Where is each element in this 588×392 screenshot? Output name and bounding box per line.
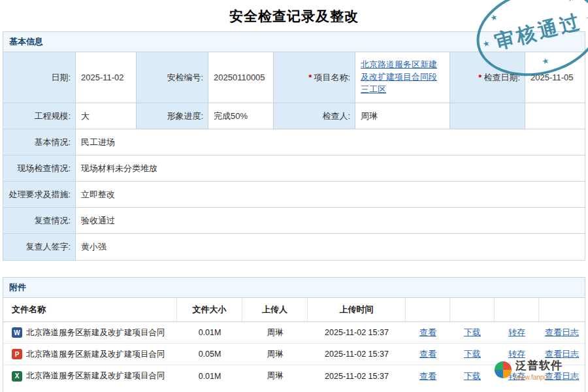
required-asterisk: * [478, 73, 482, 82]
download-link[interactable]: 下载 [464, 348, 481, 360]
recheck-value: 验收通过 [76, 208, 585, 233]
file-name-cell: W 北京路道服务区新建及改扩建项目合同 [3, 322, 177, 343]
measures-label: 处理要求及措施: [3, 182, 76, 207]
inspector-value: 周琳 [355, 103, 450, 129]
table-row: 复查人签字: 黄小强 [3, 234, 585, 260]
project-link[interactable]: 北京路道服务区新建及改扩建项目合同段三工区 [361, 59, 444, 96]
check-date-label-text: 检查日期: [483, 72, 520, 84]
upload-time: 2025-11-02 15:37 [308, 322, 406, 343]
date-label: 日期: [3, 52, 76, 103]
uploader: 周琳 [242, 322, 308, 343]
uploader: 周琳 [242, 344, 308, 365]
table-row: 工程规模: 大 形象进度: 完成50% 检查人: 周琳 [3, 103, 585, 129]
scale-value: 大 [76, 103, 137, 129]
file-name-cell: P 北京路道服务区新建及改扩建项目合同 [3, 344, 177, 365]
page-title: 安全检查记录及整改 [0, 0, 588, 25]
site-check-value: 现场材料未分类堆放 [76, 155, 585, 181]
excel-file-icon: X [12, 371, 22, 382]
word-file-icon: W [12, 327, 22, 338]
uploader: 周琳 [242, 365, 308, 387]
progress-value: 完成50% [208, 103, 274, 129]
brand-name: 泛普软件 [515, 360, 563, 372]
inspection-no-value: 20250110005 [208, 52, 274, 103]
table-row: 处理要求及措施: 立即整改 [3, 182, 585, 208]
basic-info-section: 基本信息 日期: 2025-11-02 安检编号: 20250110005 * … [3, 31, 585, 261]
empty-value-cell [525, 103, 585, 129]
file-name: 北京路道服务区新建及改扩建项目合同 [26, 327, 165, 338]
uploader-header: 上传人 [242, 298, 308, 321]
project-name-value: 北京路道服务区新建及改扩建项目合同段三工区 [355, 52, 450, 103]
action-header [406, 298, 450, 321]
fanpu-brand: 泛普软件 www.fanpu [495, 360, 563, 381]
file-name: 北京路道服务区新建及改扩建项目合同 [26, 370, 165, 382]
file-name-cell: X 北京路道服务区新建及改扩建项目合同 [3, 365, 177, 387]
action-header [450, 298, 495, 321]
save-as-link[interactable]: 转存 [508, 327, 525, 338]
upload-time-header: 上传时间 [308, 298, 406, 321]
view-link[interactable]: 查看 [419, 327, 436, 338]
upload-time: 2025-11-02 15:37 [308, 365, 406, 387]
table-row: 日期: 2025-11-02 安检编号: 20250110005 * 项目名称:… [3, 52, 585, 103]
file-size: 0.05M [177, 344, 242, 365]
file-size: 0.01M [177, 322, 242, 343]
recheck-sign-label: 复查人签字: [3, 234, 76, 260]
project-name-label: * 项目名称: [274, 52, 355, 103]
inspector-label: 检查人: [274, 103, 355, 129]
progress-label: 形象进度: [137, 103, 208, 129]
view-log-link[interactable]: 查看日志 [545, 327, 579, 338]
view-link[interactable]: 查看 [419, 370, 436, 382]
file-name-header: 文件名称 [3, 298, 177, 321]
attachments-section-header: 附件 [3, 278, 585, 298]
basic-situation-label: 基本情况: [3, 129, 76, 155]
upload-time: 2025-11-02 15:37 [308, 344, 406, 365]
attachment-row: W 北京路道服务区新建及改扩建项目合同 0.01M 周琳 2025-11-02 … [3, 322, 585, 344]
view-link[interactable]: 查看 [419, 348, 436, 360]
date-value: 2025-11-02 [76, 52, 137, 103]
attachments-header-row: 文件名称 文件大小 上传人 上传时间 [3, 298, 585, 322]
table-row: 复查情况: 验收通过 [3, 208, 585, 234]
check-date-value: 2025-11-05 [525, 52, 585, 103]
pdf-file-icon: P [12, 349, 22, 359]
scale-label: 工程规模: [3, 103, 76, 129]
basic-situation-value: 民工进场 [76, 129, 585, 155]
download-link[interactable]: 下载 [464, 370, 481, 382]
action-header [539, 298, 585, 321]
fanpu-logo-icon [495, 361, 512, 378]
file-size-header: 文件大小 [177, 298, 242, 321]
table-row: 现场检查情况: 现场材料未分类堆放 [3, 155, 585, 182]
download-link[interactable]: 下载 [464, 327, 481, 338]
empty-label-cell [450, 103, 525, 129]
required-asterisk: * [308, 73, 312, 82]
save-as-link[interactable]: 转存 [508, 348, 525, 360]
recheck-sign-value: 黄小强 [76, 234, 585, 260]
check-date-label: * 检查日期: [450, 52, 525, 103]
recheck-label: 复查情况: [3, 208, 76, 233]
measures-value: 立即整改 [76, 182, 585, 207]
site-check-label: 现场检查情况: [3, 155, 76, 181]
view-log-link[interactable]: 查看日志 [545, 348, 579, 360]
project-name-label-text: 项目名称: [314, 72, 350, 84]
file-name: 北京路道服务区新建及改扩建项目合同 [26, 349, 165, 360]
table-row: 基本情况: 民工进场 [3, 129, 585, 155]
file-size: 0.01M [177, 365, 242, 387]
basic-info-section-header: 基本信息 [3, 32, 585, 52]
inspection-no-label: 安检编号: [137, 52, 208, 103]
brand-url: www.fanpu [515, 374, 563, 381]
action-header [495, 298, 539, 321]
